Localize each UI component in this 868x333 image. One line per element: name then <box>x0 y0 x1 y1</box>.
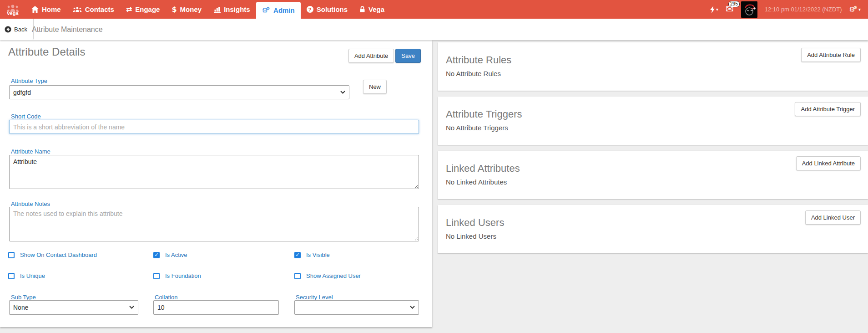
checkbox-is-unique[interactable]: Is Unique <box>8 272 45 279</box>
checkbox-is-active[interactable]: Is Active <box>153 251 187 258</box>
checkbox-icon[interactable] <box>8 252 15 258</box>
attribute-triggers-panel: Attribute Triggers No Attribute Triggers… <box>438 97 868 145</box>
panel-empty-text: No Attribute Rules <box>446 70 501 77</box>
panel-heading: Linked Attributes <box>446 163 520 174</box>
nav-item-vega[interactable]: Vega <box>353 0 390 19</box>
exchange-arrows-icon: ⇄ <box>126 6 132 13</box>
checkbox-icon[interactable] <box>153 273 160 279</box>
security-level-select[interactable] <box>294 300 419 315</box>
checkbox-label: Show Assigned User <box>306 272 361 279</box>
notification-count-badge: 295 <box>728 1 740 7</box>
nav-item-label: Contacts <box>85 5 114 13</box>
checkbox-label: Is Unique <box>20 272 45 279</box>
linked-users-panel: Linked Users No Linked Users Add Linked … <box>438 205 868 253</box>
nav-item-solutions[interactable]: ? Solutions <box>301 0 353 19</box>
lock-icon <box>359 6 365 13</box>
nav-item-label: Money <box>180 5 202 13</box>
checkbox-is-foundation[interactable]: Is Foundation <box>153 272 201 279</box>
settings-menu-button[interactable]: ⚙⚙ ▾ <box>849 5 861 14</box>
attribute-notes-label: Attribute Notes <box>11 200 50 207</box>
nav-item-home[interactable]: Home <box>25 0 67 19</box>
nav-item-admin[interactable]: ⚙⚙ Admin <box>256 2 301 19</box>
nav-item-insights[interactable]: Insights <box>207 0 256 19</box>
checkbox-show-on-contact-dashboard[interactable]: Show On Contact Dashboard <box>8 251 97 258</box>
add-attribute-rule-button[interactable]: Add Attribute Rule <box>801 48 861 62</box>
nav-item-money[interactable]: $ Money <box>166 0 207 19</box>
gears-icon: ⚙⚙ <box>849 5 858 14</box>
checkbox-label: Is Visible <box>306 251 330 258</box>
attribute-type-label: Attribute Type <box>11 77 47 84</box>
attribute-type-select-wrap: gdfgfd <box>9 85 349 99</box>
nav-item-label: Engage <box>135 5 160 13</box>
attribute-rules-panel: Attribute Rules No Attribute Rules Add A… <box>438 42 868 91</box>
brand-label: vega <box>7 11 18 15</box>
checkbox-label: Show On Contact Dashboard <box>20 251 97 258</box>
cogs-icon: ⚙⚙ <box>262 6 270 14</box>
bar-chart-icon <box>213 6 221 13</box>
add-linked-user-button[interactable]: Add Linked User <box>805 210 861 225</box>
back-button-label: Back <box>14 26 27 33</box>
related-panels-column: Attribute Rules No Attribute Rules Add A… <box>438 42 868 259</box>
users-icon <box>73 6 82 12</box>
panel-actions: Add Attribute Save <box>348 49 421 63</box>
security-level-label: Security Level <box>296 294 333 301</box>
vega-logo[interactable]: vega <box>0 0 25 19</box>
sub-type-select[interactable]: None <box>9 300 138 315</box>
short-code-label: Short Code <box>11 113 41 120</box>
checkbox-icon[interactable] <box>294 273 301 279</box>
collation-input[interactable] <box>153 300 279 315</box>
checkbox-icon[interactable] <box>8 273 15 279</box>
panel-empty-text: No Linked Users <box>446 232 496 240</box>
lightning-bolt-icon <box>710 6 715 13</box>
messages-button[interactable]: ✉ 295 <box>726 5 734 14</box>
nav-item-label: Admin <box>273 6 295 14</box>
attribute-name-textarea[interactable]: Attribute <box>9 155 419 189</box>
save-button[interactable]: Save <box>395 49 421 63</box>
panel-heading: Attribute Rules <box>446 54 511 66</box>
linked-attributes-panel: Linked Attributes No Linked Attributes A… <box>438 151 868 199</box>
navbar-right-tools: ▾ ✉ 295 12:10 pm 01/12/2022 (NZDT) ⚙⚙ <box>710 0 868 19</box>
attribute-type-select[interactable]: gdfgfd <box>9 85 349 99</box>
datetime-display: 12:10 pm 01/12/2022 (NZDT) <box>765 6 842 13</box>
quick-actions-button[interactable]: ▾ <box>710 6 718 13</box>
page-title: Attribute Maintenance <box>32 19 103 40</box>
sub-type-select-wrap: None <box>9 300 138 315</box>
checkbox-is-visible[interactable]: Is Visible <box>294 251 330 258</box>
new-attribute-type-button[interactable]: New <box>363 80 387 94</box>
sub-type-label: Sub Type <box>11 294 36 301</box>
main-menu: Home Contacts ⇄ Engage $ Money <box>25 0 390 19</box>
nav-item-contacts[interactable]: Contacts <box>67 0 120 19</box>
home-icon <box>31 6 39 13</box>
attribute-details-heading: Attribute Details <box>8 46 85 58</box>
panel-heading: Linked Users <box>446 217 504 229</box>
checkbox-label: Is Foundation <box>165 272 201 279</box>
breadcrumb-bar: Back Attribute Maintenance <box>0 19 868 40</box>
attribute-name-label: Attribute Name <box>11 148 50 155</box>
back-button[interactable]: Back <box>0 19 34 40</box>
main-content: Attribute Details Add Attribute Save Att… <box>0 40 868 333</box>
short-code-input[interactable] <box>9 120 419 134</box>
dollar-icon: $ <box>172 6 177 13</box>
nav-item-label: Vega <box>368 5 384 13</box>
question-circle-icon: ? <box>307 6 313 13</box>
security-level-select-wrap <box>294 300 419 315</box>
collation-label: Collation <box>155 294 178 301</box>
circle-arrow-left-icon <box>5 26 11 33</box>
checkbox-label: Is Active <box>165 251 187 258</box>
add-attribute-button[interactable]: Add Attribute <box>348 49 394 63</box>
attribute-maintenance-page: vega Home Contacts ⇄ <box>0 0 868 333</box>
checkbox-icon[interactable] <box>294 252 301 258</box>
nav-item-label: Home <box>42 5 61 13</box>
checkbox-icon[interactable] <box>153 252 160 258</box>
panel-empty-text: No Linked Attributes <box>446 178 507 186</box>
add-linked-attribute-button[interactable]: Add Linked Attribute <box>796 156 861 170</box>
attribute-notes-textarea[interactable] <box>9 207 419 241</box>
user-avatar[interactable] <box>741 1 757 18</box>
top-navbar: vega Home Contacts ⇄ <box>0 0 868 19</box>
add-attribute-trigger-button[interactable]: Add Attribute Trigger <box>795 102 861 116</box>
panel-heading: Attribute Triggers <box>446 108 522 120</box>
checkbox-show-assigned-user[interactable]: Show Assigned User <box>294 272 361 279</box>
nav-item-engage[interactable]: ⇄ Engage <box>120 0 166 19</box>
caret-down-icon: ▾ <box>858 7 861 12</box>
nav-item-label: Insights <box>224 5 250 13</box>
